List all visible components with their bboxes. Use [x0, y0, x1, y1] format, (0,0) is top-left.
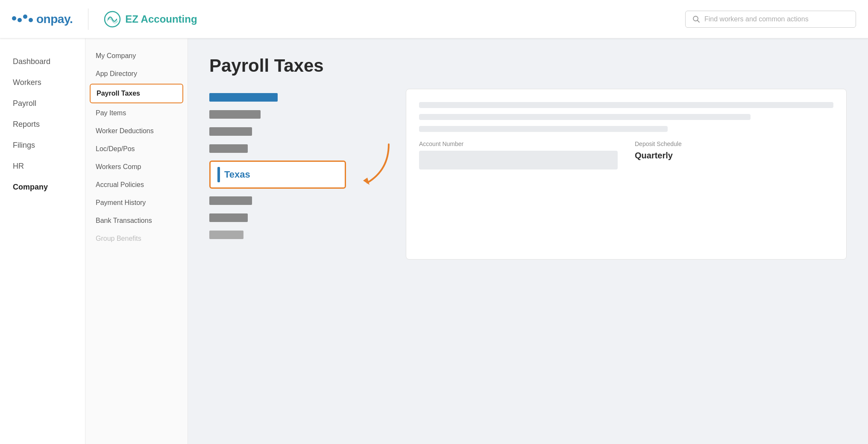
- account-number-input[interactable]: [419, 151, 618, 169]
- second-nav-item-bank-transactions[interactable]: Bank Transactions: [85, 212, 188, 230]
- second-nav-item-app-directory[interactable]: App Directory: [85, 65, 188, 83]
- bar-gray: [209, 231, 243, 239]
- list-item[interactable]: [209, 209, 346, 226]
- sidebar-item-hr[interactable]: HR: [0, 156, 85, 177]
- sidebar-item-workers[interactable]: Workers: [0, 72, 85, 93]
- second-nav-item-group-benefits[interactable]: Group Benefits: [85, 230, 188, 248]
- main-layout: Dashboard Workers Payroll Reports Filing…: [0, 38, 868, 444]
- bar-blue: [209, 93, 278, 102]
- second-nav-item-worker-deductions[interactable]: Worker Deductions: [85, 122, 188, 140]
- annotation-arrow: [359, 140, 393, 193]
- list-item[interactable]: [209, 106, 346, 123]
- second-nav: My Company App Directory Payroll Taxes P…: [85, 38, 188, 444]
- second-nav-item-pay-items[interactable]: Pay Items: [85, 104, 188, 122]
- bar-gray: [209, 110, 261, 119]
- account-number-label: Account Number: [419, 140, 618, 147]
- logo-divider: [88, 9, 88, 30]
- onpay-dots-icon: [12, 16, 33, 22]
- search-placeholder-text: Find workers and common actions: [704, 15, 809, 23]
- list-item[interactable]: [209, 192, 346, 209]
- right-panel: Account Number Deposit Schedule Quarterl…: [406, 89, 847, 260]
- ez-accounting-icon: [104, 11, 121, 28]
- content-area: Texas: [209, 89, 847, 260]
- second-nav-item-loc-dep-pos[interactable]: Loc/Dep/Pos: [85, 140, 188, 158]
- texas-label: Texas: [224, 169, 250, 180]
- list-item[interactable]: [209, 89, 346, 106]
- header: onpay. EZ Accounting Find workers and co…: [0, 0, 868, 38]
- list-item[interactable]: [209, 226, 346, 243]
- sidebar-item-reports[interactable]: Reports: [0, 114, 85, 135]
- list-item[interactable]: [209, 123, 346, 140]
- page-title: Payroll Taxes: [209, 56, 847, 76]
- list-item[interactable]: [209, 140, 346, 157]
- arrow-icon: [359, 140, 393, 191]
- sidebar-item-company[interactable]: Company: [0, 177, 85, 198]
- second-nav-item-my-company[interactable]: My Company: [85, 47, 188, 65]
- sidebar-item-dashboard[interactable]: Dashboard: [0, 51, 85, 72]
- second-nav-item-payment-history[interactable]: Payment History: [85, 194, 188, 212]
- texas-indicator-bar: [217, 167, 220, 182]
- account-number-field: Account Number: [419, 140, 618, 169]
- bar-gray: [209, 213, 248, 222]
- texas-tax-item[interactable]: Texas: [209, 161, 346, 189]
- placeholder-bar: [419, 126, 668, 132]
- svg-line-2: [698, 20, 700, 22]
- second-nav-item-payroll-taxes[interactable]: Payroll Taxes: [90, 84, 183, 103]
- sidebar-item-payroll[interactable]: Payroll: [0, 93, 85, 114]
- second-nav-item-accrual-policies[interactable]: Accrual Policies: [85, 176, 188, 194]
- left-nav: Dashboard Workers Payroll Reports Filing…: [0, 38, 85, 444]
- bar-gray: [209, 196, 252, 205]
- ez-accounting-text: EZ Accounting: [125, 13, 197, 25]
- placeholder-bar: [419, 114, 751, 120]
- deposit-schedule-value: Quarterly: [635, 151, 833, 161]
- main-content: Payroll Taxes T: [188, 38, 868, 444]
- search-icon: [692, 15, 700, 23]
- second-nav-item-workers-comp[interactable]: Workers Comp: [85, 158, 188, 176]
- deposit-schedule-label: Deposit Schedule: [635, 140, 833, 147]
- ez-accounting-logo: EZ Accounting: [104, 11, 197, 28]
- bar-gray: [209, 127, 252, 136]
- onpay-logo: onpay.: [12, 12, 73, 26]
- logo-area: onpay. EZ Accounting: [12, 9, 197, 30]
- sidebar-item-filings[interactable]: Filings: [0, 135, 85, 156]
- search-bar[interactable]: Find workers and common actions: [685, 11, 856, 28]
- account-section: Account Number Deposit Schedule Quarterl…: [419, 140, 833, 169]
- deposit-schedule-section: Deposit Schedule Quarterly: [635, 140, 833, 169]
- bar-gray: [209, 144, 248, 153]
- tax-list: Texas: [209, 89, 346, 260]
- onpay-logo-text: onpay.: [36, 12, 73, 26]
- placeholder-bar: [419, 102, 833, 108]
